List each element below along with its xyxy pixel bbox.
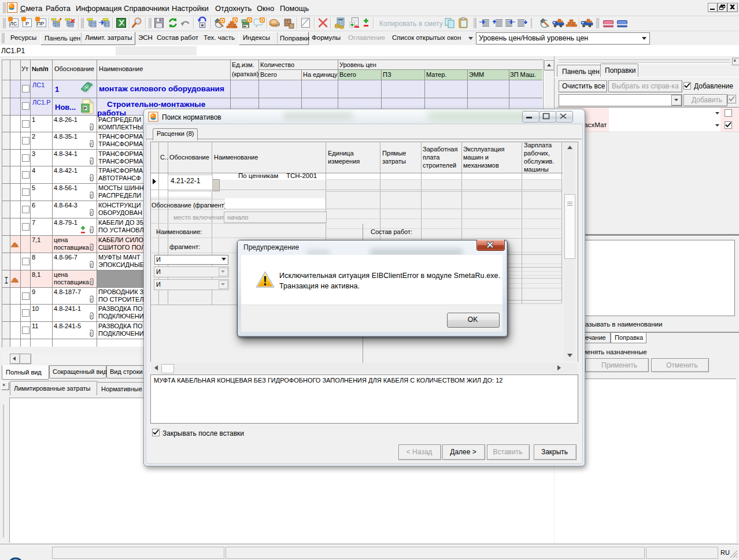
svg-text:P: P (84, 106, 87, 110)
